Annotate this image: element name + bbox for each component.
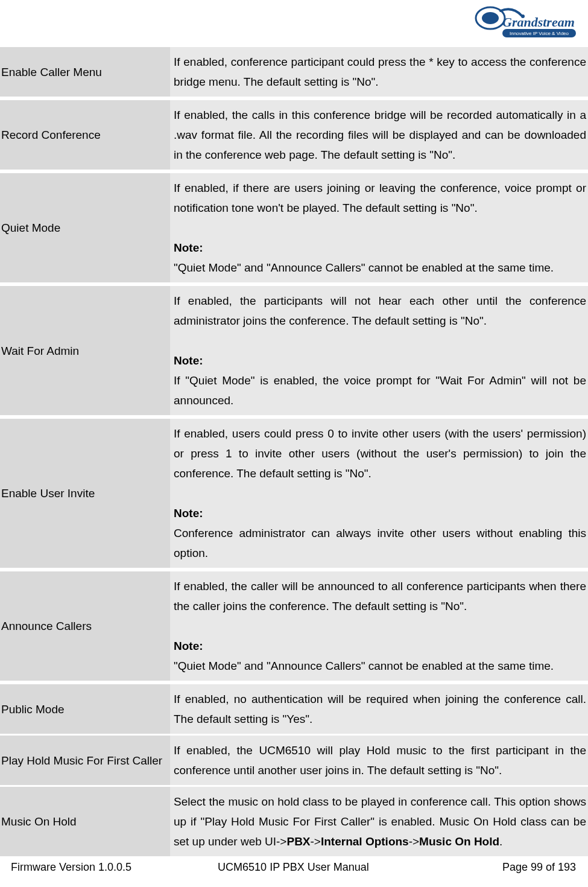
table-row: Wait For AdminIf enabled, the participan…: [0, 286, 588, 415]
option-description: If enabled, the participants will not he…: [170, 286, 588, 415]
table-row: Enable User InviteIf enabled, users coul…: [0, 419, 588, 568]
blank-line: [174, 616, 586, 636]
table-row: Enable Caller MenuIf enabled, conference…: [0, 47, 588, 97]
footer-firmware: Firmware Version 1.0.0.5: [11, 861, 199, 874]
description-paragraph: Conference administrator can always invi…: [174, 523, 586, 563]
description-paragraph: "Quiet Mode" and "Announce Callers" cann…: [174, 258, 586, 278]
note-label: Note:: [174, 238, 586, 258]
table-row: Public ModeIf enabled, no authentication…: [0, 684, 588, 734]
option-label: Enable Caller Menu: [0, 47, 170, 97]
text: .: [499, 835, 502, 848]
option-label: Enable User Invite: [0, 419, 170, 568]
description-paragraph: If enabled, the calls in this conference…: [174, 105, 586, 165]
option-description: If enabled, the caller will be announced…: [170, 571, 588, 681]
option-label: Quiet Mode: [0, 173, 170, 282]
note-label: Note:: [174, 636, 586, 656]
option-description: If enabled, the calls in this conference…: [170, 100, 588, 170]
note-label: Note:: [174, 351, 586, 370]
text: ->: [409, 835, 419, 848]
option-label: Record Conference: [0, 100, 170, 170]
blank-line: [174, 331, 586, 351]
description-paragraph: If enabled, conference participant could…: [174, 52, 586, 92]
brand-logo: Grandstream Innovative IP Voice & Video: [473, 5, 576, 40]
blank-line: [174, 483, 586, 503]
note-label: Note:: [174, 503, 586, 523]
description-paragraph: If enabled, no authentication will be re…: [174, 689, 586, 729]
bold-text: Internal Options: [321, 835, 409, 848]
option-label: Announce Callers: [0, 571, 170, 681]
description-paragraph: If enabled, the UCM6510 will play Hold m…: [174, 740, 586, 780]
description-paragraph: If enabled, if there are users joining o…: [174, 178, 586, 218]
option-description: If enabled, no authentication will be re…: [170, 684, 588, 734]
brand-tagline-text: Innovative IP Voice & Video: [510, 31, 569, 36]
bold-text: PBX: [286, 835, 310, 848]
option-label: Play Hold Music For First Caller: [0, 736, 170, 785]
option-description: If enabled, conference participant could…: [170, 47, 588, 97]
description-paragraph: If "Quiet Mode" is enabled, the voice pr…: [174, 370, 586, 410]
option-description: If enabled, users could press 0 to invit…: [170, 419, 588, 568]
description-paragraph: "Quiet Mode" and "Announce Callers" cann…: [174, 656, 586, 676]
options-table: Enable Caller MenuIf enabled, conference…: [0, 47, 588, 856]
description-paragraph: If enabled, users could press 0 to invit…: [174, 424, 586, 483]
description-paragraph: Select the music on hold class to be pla…: [174, 792, 586, 851]
option-label: Music On Hold: [0, 787, 170, 856]
grandstream-logo-icon: Grandstream Innovative IP Voice & Video: [473, 5, 576, 40]
description-paragraph: If enabled, the caller will be announced…: [174, 576, 586, 616]
option-description: If enabled, if there are users joining o…: [170, 173, 588, 282]
brand-name-text: Grandstream: [502, 14, 575, 30]
page-footer: Firmware Version 1.0.0.5 UCM6510 IP PBX …: [0, 861, 588, 874]
table-row: Play Hold Music For First CallerIf enabl…: [0, 736, 588, 785]
blank-line: [174, 218, 586, 238]
footer-page: Page 99 of 193: [388, 861, 576, 874]
text: ->: [311, 835, 321, 848]
svg-point-1: [482, 12, 499, 24]
description-paragraph: If enabled, the participants will not he…: [174, 291, 586, 331]
bold-text: Music On Hold: [419, 835, 499, 848]
option-label: Wait For Admin: [0, 286, 170, 415]
table-row: Record ConferenceIf enabled, the calls i…: [0, 100, 588, 170]
footer-title: UCM6510 IP PBX User Manual: [199, 861, 387, 874]
table-row: Quiet ModeIf enabled, if there are users…: [0, 173, 588, 282]
page: Grandstream Innovative IP Voice & Video …: [0, 0, 588, 887]
option-description: Select the music on hold class to be pla…: [170, 787, 588, 856]
option-description: If enabled, the UCM6510 will play Hold m…: [170, 736, 588, 785]
table-row: Announce CallersIf enabled, the caller w…: [0, 571, 588, 681]
option-label: Public Mode: [0, 684, 170, 734]
table-row: Music On HoldSelect the music on hold cl…: [0, 787, 588, 856]
